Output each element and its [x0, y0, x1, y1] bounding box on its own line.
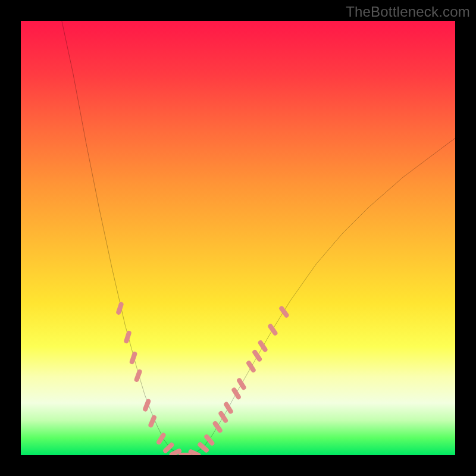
curve-marker	[148, 414, 157, 428]
curve-marker	[257, 339, 268, 353]
curve-marker	[134, 369, 143, 383]
curve-marker	[278, 305, 290, 318]
chart-svg	[21, 21, 455, 455]
curve-marker	[129, 351, 138, 365]
curve-marker	[123, 330, 131, 344]
curve-marker	[246, 360, 257, 374]
curve-markers	[115, 302, 290, 455]
chart-plot-area	[21, 21, 455, 455]
curve-marker	[203, 433, 215, 446]
curve-marker	[252, 349, 263, 363]
curve-marker	[236, 377, 247, 391]
bottleneck-curve-line	[60, 21, 455, 455]
curve-marker	[115, 302, 124, 315]
curve-marker	[231, 387, 242, 400]
watermark-text: TheBottleneck.com	[346, 4, 470, 20]
curve-marker	[218, 410, 229, 424]
curve-marker	[197, 441, 210, 453]
curve-marker	[212, 420, 223, 434]
curve-marker	[142, 398, 151, 412]
curve-marker	[223, 401, 234, 415]
curve-marker	[267, 323, 278, 337]
